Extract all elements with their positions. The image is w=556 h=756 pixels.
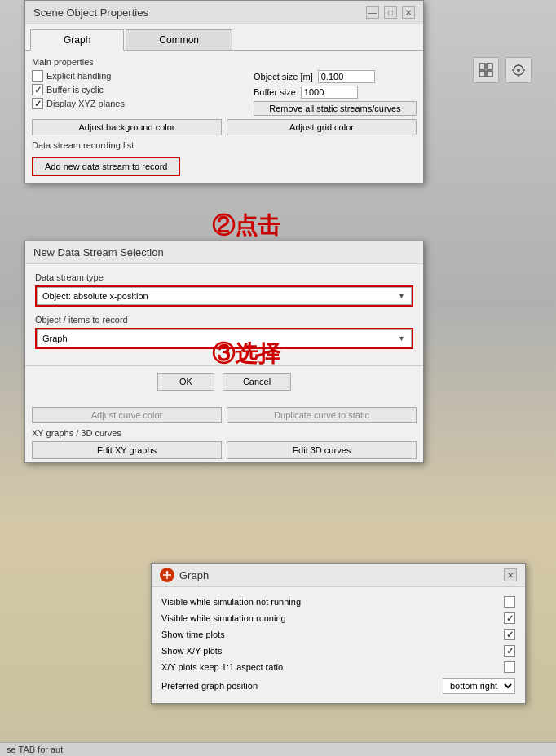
dialog-title: Scene Object Properties xyxy=(33,7,148,19)
graph-dialog-content: Visible while simulation not running Vis… xyxy=(152,587,525,703)
svg-point-5 xyxy=(517,69,520,72)
buffer-size-input[interactable] xyxy=(301,86,358,99)
tab-common[interactable]: Common xyxy=(126,29,232,50)
explicit-handling-label: Explicit handling xyxy=(46,71,112,81)
preferred-pos-label: Preferred graph position xyxy=(161,681,258,691)
visible-running-row: Visible while simulation running xyxy=(161,610,515,626)
visible-not-running-label: Visible while simulation not running xyxy=(161,597,301,607)
xy-buttons-row: Edit XY graphs Edit 3D curves xyxy=(32,441,417,459)
curve-buttons-row: Adjust curve color Duplicate curve to st… xyxy=(32,407,417,423)
annotation-select: ③选择 xyxy=(212,338,280,369)
show-xy-row: Show X/Y plots xyxy=(161,643,515,659)
edit-3d-curves-button[interactable]: Edit 3D curves xyxy=(227,441,417,459)
show-time-checkbox[interactable] xyxy=(504,629,515,640)
visible-not-running-row: Visible while simulation not running xyxy=(161,594,515,610)
show-time-row: Show time plots xyxy=(161,626,515,643)
svg-point-13 xyxy=(166,572,169,574)
cancel-button[interactable]: Cancel xyxy=(223,373,291,391)
stream-type-dropdown-wrapper: Object: absolute x-position Object: abso… xyxy=(35,285,413,307)
buffer-size-row: Buffer size xyxy=(254,86,417,99)
main-properties-label: Main properties xyxy=(32,57,417,67)
stream-type-dropdown[interactable]: Object: absolute x-position Object: abso… xyxy=(37,287,412,305)
svg-rect-3 xyxy=(487,71,492,77)
keep-aspect-label: X/Y plots keep 1:1 aspect ratio xyxy=(161,662,283,672)
edit-xy-graphs-button[interactable]: Edit XY graphs xyxy=(32,441,222,459)
curve-section: Adjust curve color Duplicate curve to st… xyxy=(25,397,423,462)
toolbar-icons xyxy=(473,57,532,83)
buffer-size-label: Buffer size xyxy=(254,87,296,97)
buffer-cyclic-checkbox[interactable] xyxy=(32,84,43,95)
ok-button[interactable]: OK xyxy=(157,373,214,391)
remove-streams-button[interactable]: Remove all static streams/curves xyxy=(254,101,417,116)
sub-dialog-titlebar: New Data Stream Selection xyxy=(25,241,423,264)
buffer-cyclic-label: Buffer is cyclic xyxy=(46,85,104,95)
svg-rect-2 xyxy=(479,71,485,77)
scene-object-properties-dialog: Scene Object Properties — □ ✕ Graph Comm… xyxy=(24,0,424,183)
visible-running-checkbox[interactable] xyxy=(504,612,515,624)
show-xy-label: Show X/Y plots xyxy=(161,646,222,656)
object-size-row: Object size [m] xyxy=(254,70,417,83)
svg-rect-0 xyxy=(479,64,485,69)
dialog-actions: OK Cancel xyxy=(25,365,423,397)
display-xyz-label: Display XYZ planes xyxy=(46,99,125,108)
visible-not-running-checkbox[interactable] xyxy=(504,596,515,608)
svg-rect-1 xyxy=(487,64,492,69)
duplicate-curve-button[interactable]: Duplicate curve to static xyxy=(227,407,417,423)
adjust-background-color-button[interactable]: Adjust background color xyxy=(32,119,222,135)
xy-section: XY graphs / 3D curves Edit XY graphs Edi… xyxy=(32,428,417,459)
display-xyz-checkbox[interactable] xyxy=(32,98,43,109)
object-size-input[interactable] xyxy=(318,70,375,83)
add-stream-button[interactable]: Add new data stream to record xyxy=(33,158,179,175)
tabs-row: Graph Common xyxy=(25,24,423,50)
object-items-label: Object / items to record xyxy=(35,315,413,325)
graph-dialog-titlebar: Graph ✕ xyxy=(152,564,525,587)
buffer-cyclic-row: Buffer is cyclic xyxy=(32,84,247,95)
explicit-handling-checkbox[interactable] xyxy=(32,70,43,82)
sub-dialog-title: New Data Stream Selection xyxy=(33,246,164,259)
preferred-pos-dropdown[interactable]: bottom right bottom left top right top l… xyxy=(443,678,515,694)
minimize-button[interactable]: — xyxy=(366,6,379,19)
maximize-button[interactable]: □ xyxy=(384,6,397,19)
preferred-pos-row: Preferred graph position bottom right bo… xyxy=(161,675,515,696)
status-text: se TAB for aut xyxy=(7,745,63,754)
close-button[interactable]: ✕ xyxy=(402,6,415,19)
toolbar-icon-1[interactable] xyxy=(473,57,499,83)
annotation-click: ②点击 xyxy=(212,210,280,241)
adjust-curve-color-button[interactable]: Adjust curve color xyxy=(32,407,222,423)
tab-content-graph: Main properties Explicit handling Buffer… xyxy=(25,50,423,183)
display-xyz-row: Display XYZ planes xyxy=(32,98,247,109)
stream-type-container: Object: absolute x-position Object: abso… xyxy=(37,287,412,305)
recording-section: Data stream recording list Add new data … xyxy=(32,140,417,176)
object-size-label: Object size [m] xyxy=(254,72,313,82)
status-bar: se TAB for aut xyxy=(0,742,556,756)
adjust-grid-color-button[interactable]: Adjust grid color xyxy=(227,119,417,135)
xy-graphs-label: XY graphs / 3D curves xyxy=(32,428,417,438)
tab-graph[interactable]: Graph xyxy=(30,29,124,51)
data-stream-label: Data stream recording list xyxy=(32,140,417,150)
dialog-titlebar: Scene Object Properties — □ ✕ xyxy=(25,1,423,24)
stream-type-label: Data stream type xyxy=(35,272,413,282)
toolbar-icon-2[interactable] xyxy=(505,57,532,83)
show-time-label: Show time plots xyxy=(161,630,225,639)
graph-dialog-title: Graph xyxy=(179,569,209,581)
show-xy-checkbox[interactable] xyxy=(504,645,515,657)
graph-dialog-close[interactable]: ✕ xyxy=(504,568,517,581)
color-buttons-row: Adjust background color Adjust grid colo… xyxy=(32,119,417,135)
graph-properties-dialog: Graph ✕ Visible while simulation not run… xyxy=(151,563,526,704)
titlebar-controls: — □ ✕ xyxy=(366,6,415,19)
keep-aspect-checkbox[interactable] xyxy=(504,661,515,673)
add-stream-btn-wrapper: Add new data stream to record xyxy=(32,157,180,176)
graph-dialog-icon xyxy=(160,568,174,582)
keep-aspect-row: X/Y plots keep 1:1 aspect ratio xyxy=(161,659,515,675)
explicit-handling-row: Explicit handling xyxy=(32,70,247,82)
visible-running-label: Visible while simulation running xyxy=(161,613,286,623)
